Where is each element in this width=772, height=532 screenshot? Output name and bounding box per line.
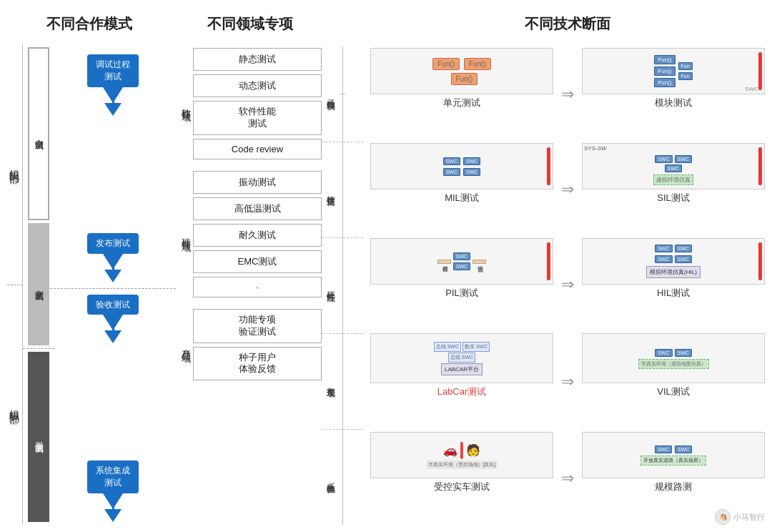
hil-swc1: SWC [655, 245, 672, 252]
pil-swc1: SWC [453, 252, 470, 260]
controlled-test-label: 受控实车测试 [434, 481, 490, 493]
black-box-label: 黑盒测试 [33, 435, 45, 438]
domain-item: 静态测试 [193, 48, 322, 71]
sil-swc2: SWC [675, 155, 692, 163]
domain-item: 振动测试 [193, 171, 322, 194]
arrow-4: ⇒ [555, 333, 580, 430]
software-items: 静态测试 动态测试 软件性能测试 Code review [193, 48, 322, 159]
domain-item: 耐久测试 [193, 224, 322, 247]
domain-item: Code review [193, 139, 322, 159]
unit-test-diagram: Fun() Fun() Fun() [370, 48, 553, 94]
red-bar-module [758, 52, 762, 90]
arrow-head-3 [104, 330, 122, 343]
vil-test-label: VIL测试 [657, 385, 690, 398]
domain-item: 种子用户体验反馈 [193, 347, 322, 381]
mil-test-item: SWC SWC SWC SWC MIL测试 [370, 143, 553, 236]
vil-swc2: SWC [675, 349, 692, 357]
red-bar-hil [758, 242, 762, 280]
level-label-2: 硬件性能 [325, 285, 337, 287]
mil-test-label: MIL测试 [445, 192, 479, 205]
swc-label: SWC [745, 86, 758, 92]
product-items: 功能专项验证测试 种子用户体验反馈 [193, 309, 322, 381]
arrow-head-4 [104, 509, 122, 522]
debug-arrow: 调试过程测试 [87, 54, 139, 87]
pil-target-hw: 目标硬件 [437, 260, 451, 264]
road-swc2: SWC [675, 445, 692, 453]
sil-swc1: SWC [655, 155, 672, 163]
watermark-text: 小马智行 [733, 512, 765, 523]
swc3: Fun() [654, 78, 675, 87]
levels-column: 函数模块 软件逻辑 硬件性能 整车表现 系统体验 [322, 14, 363, 525]
pil-swc2: SWC [453, 262, 470, 270]
red-bar-pil [547, 242, 550, 280]
hardware-items: 振动测试 高低温测试 耐久测试 EMC测试 · [193, 171, 322, 297]
product-domain: 产品领域 功能专项验证测试 种子用户体验反馈 [179, 309, 322, 381]
sys-sw-tag: SYS-SW [584, 145, 607, 152]
pil-test-diagram: 目标硬件 SWC SWC 调试平台 [370, 238, 553, 285]
debug-arrow-group: 调试过程测试 [84, 54, 142, 116]
labcar-platform-label: LABCAR平台 [441, 363, 482, 375]
labcar-subsys2: 数采 SWC [462, 342, 490, 352]
swc2: Fun() [654, 66, 675, 76]
sil-test-label: SIL测试 [657, 192, 690, 205]
tick [340, 94, 345, 94]
sil-env: 虚拟环境仿真 [653, 174, 693, 185]
fun-box-1: Fun() [432, 58, 460, 70]
road-test-label: 规模路测 [655, 481, 692, 493]
arrows-col: 调试过程测试 发布测试 [54, 44, 172, 525]
vil-test-diagram: SWC SWC 半真实环境（虚拟地图仿真） [582, 333, 765, 383]
arrow-head-2 [104, 270, 122, 282]
acceptance-arrow-group: 验收测试 [84, 295, 142, 344]
hil-swc2: SWC [675, 245, 692, 252]
white-box-label: 白盒测试 [33, 132, 45, 135]
product-domain-label: 产品领域 [179, 309, 193, 381]
arrow-head-1 [104, 103, 122, 116]
integration-arrow: 系统集成测试 [87, 460, 139, 493]
red-bar-mil [547, 147, 550, 185]
pil-sim: 调试平台 [472, 260, 486, 264]
hil-platform-label: 模拟环境仿真(HIL) [646, 266, 701, 278]
hardware-domain: 硬件领域 振动测试 高低温测试 耐久测试 EMC测试 · [179, 171, 322, 297]
watermark: 🐴 小马智行 [715, 509, 765, 525]
main-container: 不同合作模式 组织内部 组织外部 白盒测试 [0, 0, 772, 532]
unit-test-label: 单元测试 [443, 97, 480, 109]
domain-item: 动态测试 [193, 74, 322, 97]
gray-box-bar: 灰盒测试 [28, 223, 49, 345]
software-domain-label: 软件领域 [179, 48, 193, 159]
level-label-1: 软件逻辑 [325, 189, 337, 192]
module-test-item: Fun() Fun() Fun() Fun Fun SWC 模块测试 [582, 48, 765, 141]
level-label-3: 整车表现 [325, 380, 337, 383]
real-road-label: 半真实环境（受控场地）[真实] [426, 460, 498, 469]
black-box-bar: 黑盒测试 [28, 352, 49, 522]
pil-test-item: 目标硬件 SWC SWC 调试平台 PIL测试 [370, 238, 553, 331]
domain-item: 功能专项验证测试 [193, 309, 322, 343]
sil-test-diagram: SYS-SW SWC SWC SWC 虚拟环境仿真 [582, 143, 765, 189]
controlled-test-item: 🚗 🧑 半真实环境（受控场地）[真实] 受控实车测试 [370, 432, 553, 525]
section-cooperation: 不同合作模式 组织内部 组织外部 白盒测试 [7, 14, 172, 525]
arrow-5: ⇒ [555, 432, 580, 525]
domain-item: · [193, 277, 322, 297]
tech-grid: Fun() Fun() Fun() 单元测试 ⇒ Fun() Fun() Fun… [370, 48, 765, 525]
domain-list: 软件领域 静态测试 动态测试 软件性能测试 Code review 硬件领域 振… [179, 48, 322, 525]
org-labels: 组织内部 组织外部 [7, 44, 23, 525]
mil-swc2: SWC [463, 157, 480, 165]
labcar-subsys1: 总线 SWC [434, 342, 461, 352]
mil-swc4: SWC [463, 168, 480, 176]
gray-box-label: 灰盒测试 [33, 283, 45, 286]
controlled-test-diagram: 🚗 🧑 半真实环境（受控场地）[真实] [370, 432, 553, 478]
sil-swc3: SWC [665, 164, 682, 172]
mil-test-diagram: SWC SWC SWC SWC [370, 143, 553, 189]
org-outer-label: 组织外部 [9, 402, 21, 408]
level-label-0: 函数模块 [325, 93, 337, 96]
org-inner-label: 组织内部 [9, 162, 21, 167]
arrow-1: ⇒ [555, 48, 580, 141]
header-right: 不同技术断面 [370, 14, 765, 34]
mil-swc1: SWC [443, 157, 460, 165]
domain-item: 高低温测试 [193, 197, 322, 220]
labcar-subsys3: 总线 SWC [448, 353, 475, 363]
module-test-diagram: Fun() Fun() Fun() Fun Fun SWC [582, 48, 765, 94]
release-arrow: 发布测试 [87, 233, 139, 254]
vil-env: 半真实环境（虚拟地图仿真） [638, 359, 709, 369]
vil-swc1: SWC [655, 349, 672, 357]
white-box-bar: 白盒测试 [28, 47, 49, 220]
